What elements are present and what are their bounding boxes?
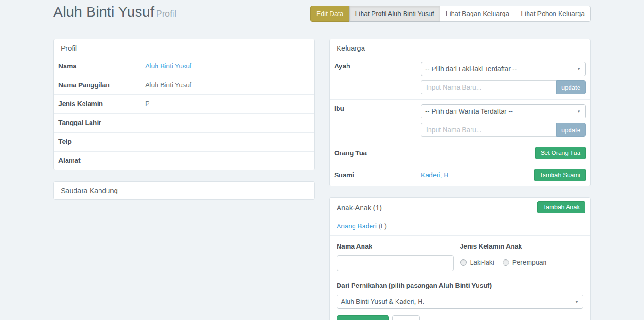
ayah-row: Ayah -- Pilih dari Laki-laki Terdaftar -… <box>330 57 590 99</box>
tambah-anak-form: Nama Anak Jenis Kelamin Anak Laki-laki <box>330 235 590 320</box>
page-title: Aluh Binti YusufProfil <box>53 4 176 20</box>
radio-laki-laki[interactable] <box>460 259 467 266</box>
anak-anak-panel: Anak-Anak (1) Tambah Anak Anang Baderi (… <box>329 197 591 320</box>
ayah-select[interactable]: -- Pilih dari Laki-laki Terdaftar -- <box>421 62 586 76</box>
keluarga-panel: Keluarga Ayah -- Pilih dari Laki-laki Te… <box>329 39 591 186</box>
radio-perempuan-label: Perempuan <box>512 259 546 266</box>
table-row: Nama Aluh Binti Yusuf <box>54 57 314 76</box>
profil-panel-title: Profil <box>54 39 314 57</box>
view-switch-button-group: Edit Data Lihat Profil Aluh Binti Yusuf … <box>310 6 591 22</box>
row-label: Nama <box>58 62 145 71</box>
row-label: Tanggal Lahir <box>58 118 145 127</box>
lihat-profil-button[interactable]: Lihat Profil Aluh Binti Yusuf <box>349 6 440 22</box>
ibu-row: Ibu -- Pilih dari Wanita Terdaftar -- ▼ … <box>330 99 590 142</box>
child-list-item: Anang Baderi (L) <box>330 217 590 235</box>
tambah-anak-submit-button[interactable]: Tambah Anak <box>337 315 389 320</box>
table-row: Alamat <box>54 151 314 170</box>
saudara-kandung-panel: Saudara Kandung <box>53 181 315 200</box>
table-row: Jenis Kelamin P <box>54 94 314 113</box>
page-header: Aluh Binti YusufProfil Edit Data Lihat P… <box>53 4 591 22</box>
keluarga-panel-title: Keluarga <box>330 39 590 57</box>
nama-link[interactable]: Aluh Binti Yusuf <box>145 62 191 70</box>
left-column: Profil Nama Aluh Binti Yusuf Nama Panggi… <box>53 39 315 211</box>
row-label: Telp <box>58 137 145 146</box>
table-row: Nama Panggilan Aluh Binti Yusuf <box>54 76 314 94</box>
page-subtitle: Profil <box>156 9 176 18</box>
set-orang-tua-button[interactable]: Set Orang Tua <box>535 147 586 159</box>
row-label: Ibu <box>334 104 421 113</box>
batal-button[interactable]: Batal <box>392 315 420 320</box>
table-row: Tanggal Lahir <box>54 113 314 132</box>
header-divider <box>53 28 591 28</box>
saudara-kandung-panel-title: Saudara Kandung <box>54 182 314 199</box>
radio-perempuan[interactable] <box>503 259 509 266</box>
ibu-update-button[interactable]: update <box>556 123 586 137</box>
suami-row: Suami Kaderi, H. Tambah Suami <box>330 164 590 186</box>
jenis-kelamin-anak-label: Jenis Kelamin Anak <box>460 243 577 251</box>
row-label: Orang Tua <box>334 149 372 158</box>
ayah-update-button[interactable]: update <box>556 80 586 94</box>
right-column: Keluarga Ayah -- Pilih dari Laki-laki Te… <box>329 39 591 320</box>
pernikahan-select[interactable]: Aluh Binti Yusuf & Kaderi, H. <box>337 295 583 309</box>
tambah-anak-header-button[interactable]: Tambah Anak <box>537 201 585 213</box>
nama-anak-input[interactable] <box>337 255 454 271</box>
person-name: Aluh Binti Yusuf <box>53 4 154 19</box>
child-link[interactable]: Anang Baderi <box>337 222 377 230</box>
profil-panel: Profil Nama Aluh Binti Yusuf Nama Panggi… <box>53 39 315 170</box>
ayah-nama-baru-input[interactable] <box>421 80 556 94</box>
row-label: Jenis Kelamin <box>58 100 145 109</box>
suami-link[interactable]: Kaderi, H. <box>421 171 450 179</box>
page-container: Aluh Binti YusufProfil Edit Data Lihat P… <box>53 0 591 320</box>
ibu-nama-baru-input[interactable] <box>421 123 556 137</box>
anak-anak-panel-title: Anak-Anak (1) <box>337 203 382 211</box>
orang-tua-row: Orang Tua Set Orang Tua <box>330 142 590 164</box>
row-label: Ayah <box>334 62 421 71</box>
row-label: Nama Panggilan <box>58 81 145 90</box>
child-gender: (L) <box>379 222 387 230</box>
table-row: Telp <box>54 132 314 151</box>
nama-anak-label: Nama Anak <box>337 243 454 251</box>
dari-pernikahan-label: Dari Pernikahan (pilih pasangan Aluh Bin… <box>337 282 583 290</box>
row-value: Aluh Binti Yusuf <box>145 81 310 90</box>
tambah-suami-button[interactable]: Tambah Suami <box>534 169 586 181</box>
lihat-pohon-keluarga-button[interactable]: Lihat Pohon Keluarga <box>515 6 591 22</box>
ibu-select[interactable]: -- Pilih dari Wanita Terdaftar -- <box>421 104 586 118</box>
radio-laki-laki-label: Laki-laki <box>470 259 494 266</box>
row-label: Suami <box>334 171 421 180</box>
row-label: Alamat <box>58 156 145 165</box>
lihat-bagan-keluarga-button[interactable]: Lihat Bagan Keluarga <box>440 6 516 22</box>
edit-data-button[interactable]: Edit Data <box>310 6 350 22</box>
row-value: P <box>145 100 310 109</box>
